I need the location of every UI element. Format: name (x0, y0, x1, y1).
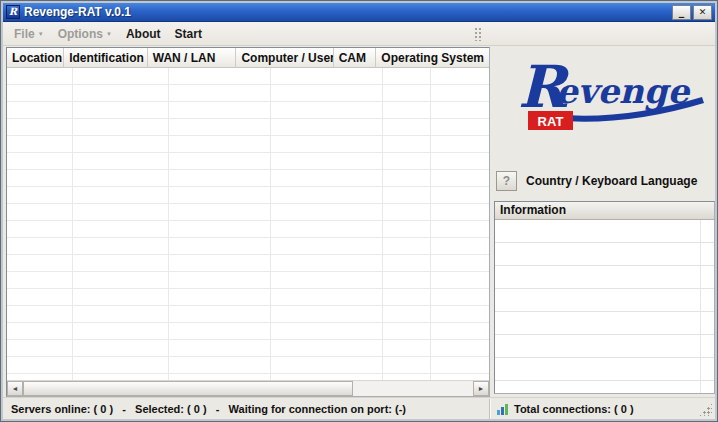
column-header-identification[interactable]: Identification (64, 48, 148, 68)
clients-table-header: Location Identification WAN / LAN Comput… (7, 48, 489, 68)
menu-options[interactable]: Options ▼ (51, 24, 119, 44)
minimize-button[interactable]: ▁ (672, 5, 691, 20)
scroll-right-icon: ► (478, 385, 485, 392)
logo-graphic: R evenge RAT (506, 57, 708, 135)
status-total-connections-text: Total connections: ( 0 ) (514, 403, 634, 415)
scroll-left-button[interactable]: ◄ (7, 381, 23, 396)
column-header-computer-user[interactable]: Computer / User (236, 48, 333, 68)
scroll-right-button[interactable]: ► (473, 381, 489, 396)
clients-table: Location Identification WAN / LAN Comput… (6, 47, 490, 397)
menu-file-label: File (14, 27, 35, 41)
scrollbar-track[interactable] (23, 381, 473, 396)
logo-wordmark: evenge (556, 71, 692, 111)
grid-line (382, 68, 383, 380)
information-list-body[interactable] (495, 220, 714, 393)
information-list: Information (494, 201, 715, 394)
menu-options-label: Options (58, 27, 103, 41)
status-servers-text: Servers online: ( 0 ) - Selected: ( 0 ) … (11, 398, 406, 420)
window-title: Revenge-RAT v.0.1 (24, 5, 672, 19)
close-button[interactable]: ✕ (693, 5, 712, 20)
column-header-wan-lan[interactable]: WAN / LAN (148, 48, 237, 68)
statusbar: Servers online: ( 0 ) - Selected: ( 0 ) … (3, 397, 715, 419)
clients-table-body[interactable] (7, 68, 489, 380)
horizontal-scrollbar[interactable]: ◄ ► (7, 380, 489, 396)
grid-line (270, 68, 271, 380)
menu-about[interactable]: About (119, 24, 168, 44)
grid-line (700, 220, 701, 393)
app-icon-letter: R (9, 6, 17, 17)
menu-file[interactable]: File ▼ (7, 24, 51, 44)
toolbar-grip[interactable] (475, 28, 483, 41)
grid-line (430, 68, 431, 380)
connections-chart-icon (497, 403, 509, 415)
grid-line (168, 68, 169, 380)
chevron-down-icon: ▼ (38, 31, 44, 37)
information-column-header[interactable]: Information (495, 202, 714, 220)
country-language-label: Country / Keyboard Language (526, 174, 697, 188)
column-header-cam[interactable]: CAM (334, 48, 377, 68)
menu-start-label: Start (175, 27, 202, 41)
menu-about-label: About (126, 27, 161, 41)
menubar: File ▼ Options ▼ About Start (3, 22, 715, 46)
revenge-rat-logo: R evenge RAT (506, 57, 708, 135)
app-window: R Revenge-RAT v.0.1 ▁ ✕ File ▼ Options ▼… (0, 0, 718, 422)
logo-rat-label: RAT (538, 114, 564, 129)
chevron-down-icon: ▼ (106, 31, 112, 37)
scrollbar-thumb[interactable] (23, 381, 353, 396)
help-button[interactable]: ? (496, 171, 517, 191)
menu-start[interactable]: Start (168, 24, 209, 44)
scroll-left-icon: ◄ (12, 385, 19, 392)
grid-line (72, 68, 73, 380)
window-controls: ▁ ✕ (672, 5, 712, 20)
app-icon: R (6, 5, 20, 19)
column-header-location[interactable]: Location (7, 48, 64, 68)
country-language-row: ? Country / Keyboard Language (496, 170, 697, 191)
titlebar[interactable]: R Revenge-RAT v.0.1 ▁ ✕ (3, 3, 715, 22)
status-connections-pane: Total connections: ( 0 ) (489, 399, 715, 419)
column-header-operating-system[interactable]: Operating System (376, 48, 489, 68)
